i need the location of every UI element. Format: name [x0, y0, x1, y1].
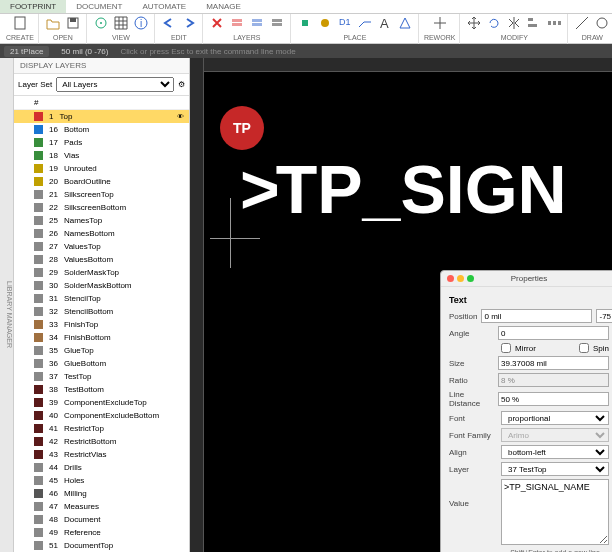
- layer-item-silkscreenbottom[interactable]: 22SilkscreenBottom: [14, 201, 189, 214]
- layer-item-measures[interactable]: 47Measures: [14, 500, 189, 513]
- mirror-icon[interactable]: [505, 14, 523, 32]
- layer-item-finishtop[interactable]: 33FinishTop: [14, 318, 189, 331]
- rotate-icon[interactable]: [485, 14, 503, 32]
- layer-num: 51: [49, 541, 58, 550]
- spin-checkbox[interactable]: [579, 343, 589, 353]
- new-icon[interactable]: [11, 14, 29, 32]
- layers2-icon[interactable]: [248, 14, 266, 32]
- save-icon[interactable]: [64, 14, 82, 32]
- via-icon[interactable]: [316, 14, 334, 32]
- align-icon[interactable]: [525, 14, 543, 32]
- layer-item-milling[interactable]: 46Milling: [14, 487, 189, 500]
- pad-icon[interactable]: [296, 14, 314, 32]
- layer-item-drills[interactable]: 44Drills: [14, 461, 189, 474]
- layer-num: 41: [49, 424, 58, 433]
- canvas[interactable]: TP >TP_SIGN Properties Text Position: [190, 58, 612, 552]
- gear-icon[interactable]: ⚙: [178, 80, 185, 89]
- layer-item-restrictvias[interactable]: 43RestrictVias: [14, 448, 189, 461]
- eye-icon[interactable]: 👁: [177, 113, 185, 121]
- route-icon[interactable]: [356, 14, 374, 32]
- folder-icon[interactable]: [44, 14, 62, 32]
- layers1-icon[interactable]: [228, 14, 246, 32]
- layer-name: RestrictVias: [64, 450, 107, 459]
- tab-manage[interactable]: MANAGE: [196, 0, 251, 13]
- position-x-input[interactable]: [481, 309, 592, 323]
- layer-swatch-icon: [34, 359, 43, 368]
- layer-item-bottom[interactable]: 16Bottom: [14, 123, 189, 136]
- font-select[interactable]: proportional: [501, 411, 609, 425]
- layers3-icon[interactable]: [268, 14, 286, 32]
- layer-item-holes[interactable]: 45Holes: [14, 474, 189, 487]
- layer-num: 33: [49, 320, 58, 329]
- line-icon[interactable]: [573, 14, 591, 32]
- tab-document[interactable]: DOCUMENT: [66, 0, 132, 13]
- tab-automate[interactable]: AUTOMATE: [132, 0, 196, 13]
- layer-item-componentexcludebottom[interactable]: 40ComponentExcludeBottom: [14, 409, 189, 422]
- dim-icon[interactable]: D1: [336, 14, 354, 32]
- placed-text[interactable]: >TP_SIGN: [240, 150, 567, 228]
- file-tab[interactable]: 21 tPlace: [4, 46, 49, 57]
- layer-item-soldermasktop[interactable]: 29SolderMaskTop: [14, 266, 189, 279]
- dist-icon[interactable]: [545, 14, 563, 32]
- close-icon[interactable]: [447, 275, 454, 282]
- layer-swatch-icon: [34, 385, 43, 394]
- layer-name: NamesTop: [64, 216, 102, 225]
- layer-item-boardoutline[interactable]: 20BoardOutline: [14, 175, 189, 188]
- layer-item-document[interactable]: 48Document: [14, 513, 189, 526]
- layer-item-gluetop[interactable]: 35GlueTop: [14, 344, 189, 357]
- layer-item-vias[interactable]: 18Vias: [14, 149, 189, 162]
- layer-swatch-icon: [34, 541, 43, 550]
- value-label: Value: [449, 479, 497, 508]
- target-icon[interactable]: [92, 14, 110, 32]
- layer-item-stencilbottom[interactable]: 32StencilBottom: [14, 305, 189, 318]
- layer-select[interactable]: 37 TestTop: [501, 462, 609, 476]
- layer-num: 30: [49, 281, 58, 290]
- layer-item-restricttop[interactable]: 41RestrictTop: [14, 422, 189, 435]
- layer-item-restrictbottom[interactable]: 42RestrictBottom: [14, 435, 189, 448]
- redo-icon[interactable]: [180, 14, 198, 32]
- position-y-input[interactable]: [596, 309, 612, 323]
- layer-item-gluebottom[interactable]: 36GlueBottom: [14, 357, 189, 370]
- dialog-titlebar[interactable]: Properties: [441, 271, 612, 287]
- layer-num: 42: [49, 437, 58, 446]
- align-select[interactable]: bottom-left: [501, 445, 609, 459]
- layer-item-componentexcludetop[interactable]: 39ComponentExcludeTop: [14, 396, 189, 409]
- layer-item-pads[interactable]: 17Pads: [14, 136, 189, 149]
- layer-item-unrouted[interactable]: 19Unrouted: [14, 162, 189, 175]
- undo-icon[interactable]: [160, 14, 178, 32]
- poly-icon[interactable]: [396, 14, 414, 32]
- info-icon[interactable]: i: [132, 14, 150, 32]
- layerset-select[interactable]: All Layers: [56, 77, 174, 92]
- layer-item-documenttop[interactable]: 51DocumentTop: [14, 539, 189, 552]
- layer-item-namestop[interactable]: 25NamesTop: [14, 214, 189, 227]
- layer-item-namesbottom[interactable]: 26NamesBottom: [14, 227, 189, 240]
- text-icon[interactable]: A: [376, 14, 394, 32]
- minimize-icon[interactable]: [457, 275, 464, 282]
- layer-item-testbottom[interactable]: 38TestBottom: [14, 383, 189, 396]
- layer-item-silkscreentop[interactable]: 21SilkscreenTop: [14, 188, 189, 201]
- layer-item-soldermaskbottom[interactable]: 30SolderMaskBottom: [14, 279, 189, 292]
- mirror-checkbox[interactable]: [501, 343, 511, 353]
- move-icon[interactable]: [465, 14, 483, 32]
- layer-swatch-icon: [34, 229, 43, 238]
- layer-item-reference[interactable]: 49Reference: [14, 526, 189, 539]
- size-input[interactable]: [498, 356, 609, 370]
- layer-item-valuestop[interactable]: 27ValuesTop: [14, 240, 189, 253]
- layer-item-top[interactable]: 1Top👁: [14, 110, 189, 123]
- tab-footprint[interactable]: FOOTPRINT: [0, 0, 66, 13]
- layer-item-testtop[interactable]: 37TestTop: [14, 370, 189, 383]
- grid-icon[interactable]: [112, 14, 130, 32]
- delete-icon[interactable]: [208, 14, 226, 32]
- layer-swatch-icon: [34, 489, 43, 498]
- spin-label: Spin: [593, 344, 609, 353]
- circle-icon[interactable]: [593, 14, 611, 32]
- rip-icon[interactable]: [431, 14, 449, 32]
- layer-item-stenciltop[interactable]: 31StencilTop: [14, 292, 189, 305]
- value-textarea[interactable]: >TP_SIGNAL_NAME: [501, 479, 609, 545]
- linedist-input[interactable]: [498, 392, 609, 406]
- zoom-icon[interactable]: [467, 275, 474, 282]
- layer-item-finishbottom[interactable]: 34FinishBottom: [14, 331, 189, 344]
- layer-item-valuesbottom[interactable]: 28ValuesBottom: [14, 253, 189, 266]
- svg-rect-15: [558, 21, 561, 25]
- angle-input[interactable]: [498, 326, 609, 340]
